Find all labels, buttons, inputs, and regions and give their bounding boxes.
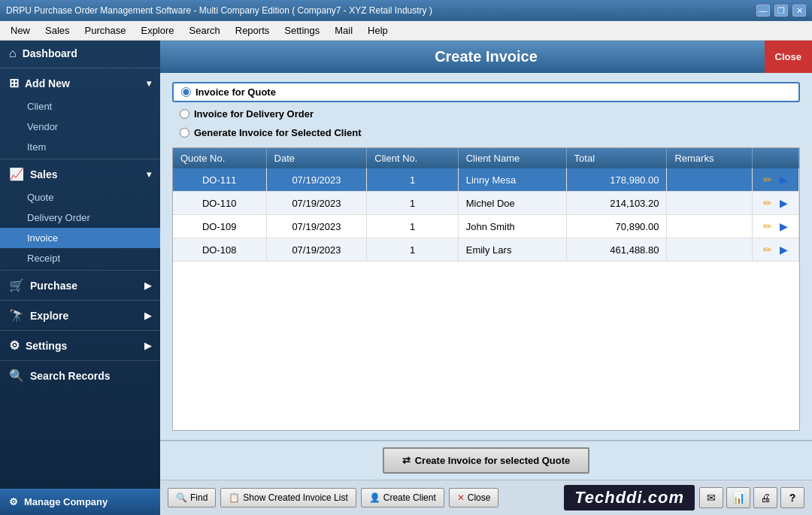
table-cell: 1 [367,215,458,238]
radio-option-2[interactable]: Invoice for Delivery Order [172,107,800,121]
sidebar-item-add-new[interactable]: ⊞ Add New ▾ [0,70,160,96]
restore-button[interactable]: ❐ [774,5,788,17]
sidebar-item-dashboard[interactable]: ⌂ Dashboard [0,41,160,66]
table-cell: 1 [367,192,458,215]
col-total: Total [566,148,667,168]
menu-item-mail[interactable]: Mail [327,23,360,38]
minimize-button[interactable]: — [756,5,770,17]
dashboard-icon: ⌂ [9,47,17,60]
sidebar-manage-company[interactable]: ⚙ Manage Company [0,489,160,515]
navigate-row-button[interactable]: ▶ [777,219,791,234]
sidebar-item-invoice[interactable]: Invoice [0,228,160,248]
sidebar-item-sales[interactable]: 📈 Sales ▾ [0,161,160,187]
window-close-button[interactable]: ✕ [792,5,806,17]
invoice-body: Invoice for Quote Invoice for Delivery O… [160,73,812,440]
find-label: Find [190,492,208,503]
titlebar-title: DRPU Purchase Order Management Software … [6,5,432,16]
titlebar-controls: — ❐ ✕ [756,5,806,17]
radio-label-1: Invoice for Quote [195,86,276,98]
table-row[interactable]: DO-11007/19/20231Michel Doe214,103.20 ✏ … [173,192,799,215]
create-invoice-icon: ⇄ [402,455,411,466]
table-row[interactable]: DO-11107/19/20231Linny Mesa178,980.00 ✏ … [173,168,799,192]
menu-item-new[interactable]: New [3,23,38,38]
radio-option-3[interactable]: Generate Invoice for Selected Client [172,126,800,140]
edit-row-button[interactable]: ✏ [760,219,775,234]
navigate-row-button[interactable]: ▶ [777,242,791,257]
edit-row-button[interactable]: ✏ [760,242,775,257]
table-cell: 1 [367,238,458,262]
content-area: Create Invoice Close Invoice for Quote I… [160,41,812,515]
table-cell: Emily Lars [458,238,566,262]
menu-item-purchase[interactable]: Purchase [77,23,134,38]
find-icon: 🔍 [176,492,187,503]
menu-item-settings[interactable]: Settings [277,23,327,38]
help-icon-button[interactable]: ? [780,487,804,508]
navigate-row-button[interactable]: ▶ [777,172,791,187]
menu-item-explore[interactable]: Explore [133,23,181,38]
sidebar-item-settings[interactable]: ⚙ Settings ▶ [0,332,160,359]
excel-icon-button[interactable]: 📊 [726,487,750,508]
create-invoice-btn-label: Create Invoice for selected Quote [415,455,571,466]
sidebar-divider-3 [0,270,160,271]
footer-close-button[interactable]: ✕ Close [449,488,499,507]
menu-item-reports[interactable]: Reports [228,23,277,38]
create-client-label: Create Client [383,492,436,503]
print-icon-button[interactable]: 🖨 [753,487,777,508]
radio-generate-for-client[interactable] [180,128,189,138]
table-cell: 70,890.00 [566,215,667,238]
sidebar-item-delivery-order[interactable]: Delivery Order [0,208,160,228]
col-client-no: Client No. [367,148,458,168]
radio-invoice-for-delivery[interactable] [180,109,189,119]
search-records-icon: 🔍 [9,368,24,383]
menu-item-help[interactable]: Help [360,23,395,38]
sidebar-item-search-records[interactable]: 🔍 Search Records [0,362,160,389]
show-invoice-button[interactable]: 📋 Show Created Invoice List [220,488,356,507]
edit-row-button[interactable]: ✏ [760,172,775,187]
sidebar-dashboard-label: Dashboard [23,47,77,59]
sidebar-add-new-label: Add New [25,77,70,89]
sidebar-manage-label: Manage Company [24,496,108,507]
radio-option-1[interactable]: Invoice for Quote [172,82,800,102]
radio-label-2: Invoice for Delivery Order [194,108,314,120]
sidebar-item-vendor[interactable]: Vendor [0,117,160,137]
table-cell: 214,103.20 [566,192,667,215]
create-client-button[interactable]: 👤 Create Client [361,488,444,507]
sidebar-item-explore[interactable]: 🔭 Explore ▶ [0,302,160,329]
explore-arrow: ▶ [144,311,151,321]
titlebar: DRPU Purchase Order Management Software … [0,0,812,21]
add-new-arrow: ▾ [147,78,151,89]
table-cell: 07/19/2023 [266,238,367,262]
sidebar: ⌂ Dashboard ⊞ Add New ▾ Client Vendor It… [0,41,160,515]
table-cell: DO-110 [173,192,266,215]
sidebar-item-receipt[interactable]: Receipt [0,248,160,268]
menu-item-sales[interactable]: Sales [38,23,77,38]
radio-label-3: Generate Invoice for Selected Client [194,127,362,138]
sales-arrow: ▾ [147,169,151,180]
sidebar-settings-label: Settings [26,340,67,352]
excel-icon: 📊 [732,492,745,504]
radio-invoice-for-quote[interactable] [181,87,191,97]
footer-icons: ✉ 📊 🖨 ? [699,487,804,508]
show-invoice-label: Show Created Invoice List [243,492,347,503]
email-icon-button[interactable]: ✉ [699,487,723,508]
sidebar-item-client[interactable]: Client [0,96,160,117]
sidebar-divider-2 [0,159,160,159]
find-button[interactable]: 🔍 Find [168,488,216,507]
sidebar-divider-1 [0,68,160,68]
edit-row-button[interactable]: ✏ [760,195,775,211]
sidebar-item-purchase[interactable]: 🛒 Purchase ▶ [0,272,160,298]
footer-close-label: Close [468,492,491,503]
navigate-row-button[interactable]: ▶ [777,195,791,211]
purchase-arrow: ▶ [144,280,151,291]
sidebar-item-quote[interactable]: Quote [0,187,160,208]
create-invoice-for-quote-button[interactable]: ⇄ Create Invoice for selected Quote [383,447,590,474]
table-row[interactable]: DO-10807/19/20231Emily Lars461,488.80 ✏ … [173,238,799,262]
col-remarks: Remarks [667,148,753,168]
sidebar-item-item[interactable]: Item [0,137,160,157]
explore-icon: 🔭 [9,308,24,323]
manage-company-icon: ⚙ [9,496,18,507]
table-row[interactable]: DO-10907/19/20231John Smith70,890.00 ✏ ▶ [173,215,799,238]
sidebar-divider-6 [0,360,160,361]
menu-item-search[interactable]: Search [182,23,228,38]
close-button[interactable]: Close [765,41,812,73]
